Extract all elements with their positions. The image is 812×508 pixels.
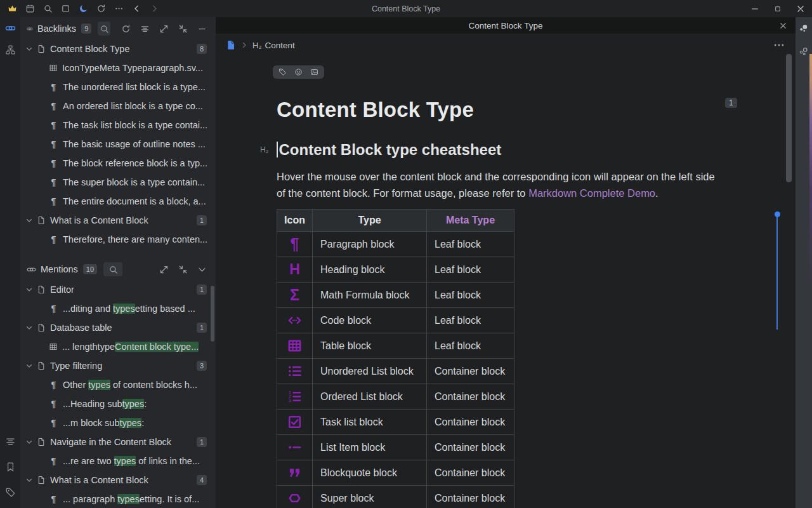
tag-icon[interactable]	[278, 68, 287, 76]
block-icon-cell[interactable]	[277, 486, 313, 508]
doc-row[interactable]: Editor1	[20, 280, 216, 299]
block-type-cell[interactable]: Math Formula block	[313, 283, 427, 308]
expand-button[interactable]	[157, 263, 170, 276]
block-icon-cell[interactable]	[277, 460, 313, 486]
block-icon-cell[interactable]	[277, 333, 313, 359]
doc-row[interactable]: Navigate in the Content Block1	[20, 432, 216, 451]
ref-count-badge[interactable]: 1	[725, 98, 737, 108]
paragraph-block[interactable]: Hover the mouse over the content block a…	[277, 168, 722, 201]
block-meta-cell[interactable]: Container block	[427, 435, 514, 460]
heading-text[interactable]: Content Block type cheatsheet	[279, 141, 502, 158]
collapse-button[interactable]	[176, 263, 189, 276]
editor-mode-button[interactable]	[56, 1, 74, 16]
breadcrumb-heading[interactable]: Content	[265, 41, 294, 50]
dock-bookmark-button[interactable]	[0, 456, 20, 478]
block-meta-cell[interactable]: Leaf block	[427, 308, 514, 333]
mentions-scrollbar[interactable]	[211, 286, 214, 342]
document-icon[interactable]	[226, 40, 236, 50]
mentions-search-button[interactable]	[103, 262, 122, 276]
block-icon-cell[interactable]	[277, 435, 313, 460]
maximize-button[interactable]	[766, 0, 789, 17]
doc-link[interactable]: Markdown Complete Demo	[528, 187, 655, 199]
emoji-icon[interactable]	[294, 68, 303, 76]
block-row[interactable]: ¶The super block is a type contain...	[20, 173, 216, 192]
block-row[interactable]: ¶...diting and typesetting based ...	[20, 299, 216, 318]
doc-row[interactable]: What is a Content Block4	[20, 471, 216, 490]
block-row[interactable]: ¶Other types of content blocks h...	[20, 375, 216, 394]
block-type-cell[interactable]: Task list block	[313, 410, 427, 435]
block-icon-cell[interactable]: H	[277, 257, 313, 283]
sync-button[interactable]	[92, 1, 110, 16]
close-tab-icon[interactable]	[778, 21, 788, 30]
min-panel-button[interactable]	[195, 22, 208, 35]
block-meta-cell[interactable]: Leaf block	[427, 232, 514, 257]
block-row[interactable]: IconTypeMeta Typeparagraph.sv...	[20, 58, 216, 77]
block-row[interactable]: ¶The entire document is a block, a...	[20, 192, 216, 211]
backlinks-search-button[interactable]	[98, 22, 110, 36]
block-meta-cell[interactable]: Container block	[427, 359, 514, 384]
block-type-cell[interactable]: Super block	[313, 486, 427, 508]
block-type-cell[interactable]: Unordered List block	[313, 359, 427, 384]
dock-tag-button[interactable]	[0, 481, 20, 503]
collapse-button[interactable]	[176, 22, 189, 35]
block-row[interactable]: ¶An ordered list block is a type co...	[20, 97, 216, 116]
membership-crown-icon[interactable]	[3, 1, 21, 16]
layout-button[interactable]	[138, 22, 151, 35]
dock-graph-view-button[interactable]	[796, 17, 812, 40]
tab-bar[interactable]: Content Block Type	[216, 17, 796, 34]
block-icon-cell[interactable]	[277, 384, 313, 410]
dock-outline-button[interactable]	[0, 431, 20, 452]
table-header-icon[interactable]: Icon	[277, 210, 313, 232]
block-meta-cell[interactable]: Leaf block	[427, 257, 514, 283]
block-icon-cell[interactable]	[277, 308, 313, 333]
block-type-cell[interactable]: Blockquote block	[313, 460, 427, 486]
block-row[interactable]: ¶... paragraph typesetting. It is of...	[20, 490, 216, 508]
block-row[interactable]: ¶...re are two types of links in the...	[20, 451, 216, 471]
block-meta-cell[interactable]: Container block	[427, 410, 514, 435]
go-forward-button[interactable]	[145, 1, 163, 16]
block-meta-cell[interactable]: Leaf block	[427, 333, 514, 359]
doc-more-icon[interactable]	[773, 39, 785, 51]
dock-graph-button[interactable]	[0, 39, 20, 60]
doc-title[interactable]: Content Block Type	[277, 98, 728, 122]
block-type-cell[interactable]: Heading block	[313, 257, 427, 283]
block-icon-cell[interactable]: Σ	[277, 283, 313, 308]
block-icon-cell[interactable]: ¶	[277, 232, 313, 257]
go-back-button[interactable]	[128, 1, 145, 16]
refresh-button[interactable]	[119, 22, 132, 35]
table-header-type[interactable]: Type	[313, 210, 427, 232]
doc-row[interactable]: Database table1	[20, 318, 216, 337]
block-type-cell[interactable]: Code block	[313, 308, 427, 333]
minimize-button[interactable]	[743, 0, 766, 17]
block-row[interactable]: ¶The unordered list block is a type...	[20, 77, 216, 97]
block-meta-cell[interactable]: Container block	[427, 460, 514, 486]
block-icon-cell[interactable]	[277, 410, 313, 435]
block-type-cell[interactable]: Ordered List block	[313, 384, 427, 410]
block-type-cell[interactable]: List Item block	[313, 435, 427, 460]
block-meta-cell[interactable]: Container block	[427, 486, 514, 508]
block-row[interactable]: ¶The block reference block is a typ...	[20, 154, 216, 173]
block-row[interactable]: ¶Therefore, there are many conten...	[20, 230, 216, 249]
block-row[interactable]: ¶...Heading subtypes:	[20, 394, 216, 413]
doc-row[interactable]: Type filtering3	[20, 356, 216, 375]
doc-row[interactable]: Content Block Type8	[20, 39, 216, 58]
theme-toggle-button[interactable]	[74, 1, 92, 16]
global-search-button[interactable]	[39, 1, 56, 16]
table-header-meta-type[interactable]: Meta Type	[427, 210, 514, 232]
block-type-cell[interactable]: Paragraph block	[313, 232, 427, 257]
content-block-table[interactable]: IconTypeMeta Type ¶Paragraph blockLeaf b…	[277, 209, 514, 508]
block-row[interactable]: ... lengthtypeContent block type...	[20, 337, 216, 356]
block-meta-cell[interactable]: Leaf block	[427, 283, 514, 308]
block-meta-cell[interactable]: Container block	[427, 384, 514, 410]
block-row[interactable]: ¶The task list block is a type contai...	[20, 116, 216, 135]
block-row[interactable]: ¶The basic usage of outline notes ...	[20, 135, 216, 154]
fold-panel-button[interactable]	[195, 263, 208, 276]
block-row[interactable]: ¶...m block subtypes:	[20, 413, 216, 432]
block-icon-cell[interactable]	[277, 359, 313, 384]
doc-row[interactable]: What is a Content Block1	[20, 211, 216, 230]
dock-backlinks-button[interactable]	[0, 17, 20, 39]
daily-note-button[interactable]	[21, 1, 39, 16]
heading-block[interactable]: H₂ Content Block type cheatsheet	[277, 141, 721, 159]
image-icon[interactable]	[310, 68, 318, 76]
editor-scrollbar[interactable]	[786, 54, 792, 182]
